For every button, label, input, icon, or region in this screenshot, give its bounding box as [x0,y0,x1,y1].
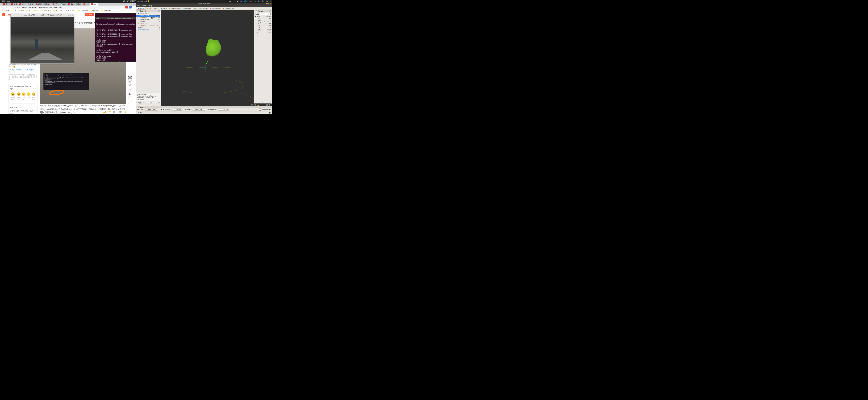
url-input[interactable]: ⚙ blog.csdn.net/qq_40216084/article/deta… [12,6,121,9]
comments-button[interactable]: 💬 14 [118,111,122,113]
panel-header[interactable]: 📋 Views× [255,10,272,12]
float-btn[interactable]: 💬 [128,79,132,83]
terminal-tab-icon[interactable]: ⊞ ▾ [96,18,99,19]
browser-tab[interactable]: △Doc [75,3,83,5]
activities-button[interactable]: 活动 [1,0,5,3]
rviz-title-bar[interactable]: default.rviz* - RViz [136,3,272,4]
clock[interactable]: 4月24日 星期三 15：38：05 🔔 [123,0,150,3]
browser-tab[interactable]: C便服 [10,3,18,5]
settings-icon[interactable]: ⚙ [269,104,271,106]
chrome-tray-icon[interactable]: ◉ [241,0,242,2]
browser-tab[interactable]: C相似 [35,3,43,5]
tray-icon[interactable]: ● [237,0,238,2]
views-tree[interactable]: ▾Curren…Orbit (rviz) Nea…0.01 Inve… Targ… [255,16,272,34]
tool-2d-pose-estimate[interactable]: 2D Pose Estimate [192,7,209,9]
bookmark-star-icon[interactable]: ☆ [122,6,124,8]
float-btn[interactable]: ⌃ [128,101,132,104]
back-button[interactable]: ← [1,6,3,9]
tray-icon[interactable]: ⋯ [233,0,235,2]
displays-tree[interactable]: ▾●Global Opti… Fixed Framerslidar Backgr… [136,12,160,31]
views-zero-button[interactable]: Zero [271,13,272,15]
like-button[interactable]: 👍 3 [103,111,106,113]
reset-button[interactable]: Reset [137,112,144,114]
bookmark-item[interactable]: 📁 研一 [18,9,24,12]
rating-option[interactable]: 😠强烈不推荐 [10,92,16,101]
article-link[interactable]: 多雷达标定（有/无共视区域均可） [10,110,36,114]
im-script[interactable]: 简 [266,104,268,106]
browser-tab-active[interactable]: CAu… [90,3,98,5]
rviz-3d-viewport[interactable] [161,10,254,107]
volume-icon[interactable]: 🔊 [261,0,264,2]
browser-tab[interactable]: C【… [52,3,60,5]
color-swatch[interactable] [151,17,153,19]
float-btn[interactable]: … [128,96,132,100]
rating-option[interactable]: 😄强烈推荐 [31,92,36,101]
bookmark-item[interactable]: 📁 工具 [10,9,17,12]
minimize-icon[interactable] [266,3,268,4]
author-avatar[interactable] [40,111,43,114]
bookmark-item[interactable]: 📁 博士申请 [53,9,62,12]
bluetooth-icon[interactable]: ᛒ [258,0,259,2]
float-btn[interactable]: 🖊 [128,83,132,87]
browser-tab[interactable]: ⎔欧姆 [27,3,35,5]
browser-tab[interactable]: Cdoc [67,3,74,5]
bookmark-item[interactable]: 📁 崩铁WIKI [90,9,99,12]
tool-select[interactable]: Select [160,7,168,9]
tool-move-camera[interactable]: Move Camera [146,7,159,9]
power-icon[interactable]: ⏻ [266,0,268,2]
float-btn[interactable]: ✎ [128,88,132,92]
rectified-image[interactable] [10,17,74,63]
panel-header[interactable]: 📋 Time [137,106,143,108]
im-lang[interactable]: 英 [254,104,256,106]
gnome-terminal[interactable]: ⊞ ▾/home/autoware/Autoware/install/auto…… [95,13,136,62]
tool-2d-nav-goal[interactable]: 2D Nav Goal [209,7,222,9]
search-button[interactable]: 🔍搜索 [85,13,94,16]
views-type-select[interactable]: Orbit (rviz) [260,13,270,15]
bookmark-item[interactable]: 📁 研二 [26,9,32,12]
im-icon[interactable]: ⌨ [251,104,253,106]
menu-icon[interactable]: ▾ [270,0,271,2]
minimize-icon[interactable] [68,14,69,16]
dislike-button[interactable]: 👎 [109,111,111,113]
extensions-menu-icon[interactable]: ⋮ [133,6,135,8]
tray-icon[interactable]: ▦ [229,0,231,2]
menu-panels[interactable]: Panels [142,5,147,7]
panel-header[interactable]: 📋 Displays× [136,10,160,12]
image-view2-title-bar[interactable]: image_view2 [/image_rectified] (于 3a9341… [10,14,74,17]
forward-button[interactable]: → [5,6,7,9]
network-icon[interactable]: ⚼ [254,0,256,2]
tool-focus-camera[interactable]: Focus Camera [168,7,182,9]
browser-tab[interactable]: C无… [2,3,10,5]
follow-button[interactable]: 关注 [55,111,61,114]
maximize-icon[interactable] [268,3,270,4]
experimental-checkbox[interactable] [259,108,261,111]
bookmark-item[interactable]: 📁 原神WIKI [78,9,88,12]
add-display-button[interactable]: Add [137,102,142,104]
focused-app-menu[interactable]: rviz ▾ [7,0,12,3]
browser-tab[interactable]: ⬢doc [60,3,67,5]
star-button[interactable]: ⭐ [124,111,127,113]
close-icon[interactable] [270,3,271,4]
bookmark-item[interactable]: 兰州大学个人… [64,9,76,12]
rating-option[interactable]: 🙂推荐 [27,92,30,101]
site-settings-icon[interactable]: ⚙ [14,6,16,8]
rating-option[interactable]: 😕不推荐 [17,92,21,101]
author-name[interactable]: 叫我李先生 [44,111,53,113]
bookmark-item[interactable]: 📁 论文编写 [42,9,51,12]
bookmark-item[interactable]: 📁 Anime [1,9,9,11]
rating-option[interactable]: 😐一般般 [22,92,26,101]
panel-close-icon[interactable]: × [158,10,159,12]
browser-tab[interactable]: ○leg… [43,3,51,5]
related-link[interactable]: rosbag点云数据保存为bin,ply,pcd文件 [8,68,37,73]
float-btn[interactable]: 🎧 [128,92,132,96]
panel-close-icon[interactable]: × [270,10,271,12]
close-icon[interactable] [72,14,73,16]
browser-tab[interactable]: C记… [19,3,26,5]
input-method-strip[interactable]: ⌨ 英 🌙 简 ⚙ [250,103,272,106]
tool-publish-point[interactable]: Publish Point [222,7,235,9]
bookmark-item[interactable]: 📁 论文 [34,9,40,12]
browser-tab[interactable]: 51doc [83,3,90,5]
extension-icon[interactable] [125,6,128,8]
dark-mode-icon[interactable]: 🌙 [257,104,259,106]
menu-file[interactable]: File [137,5,140,7]
